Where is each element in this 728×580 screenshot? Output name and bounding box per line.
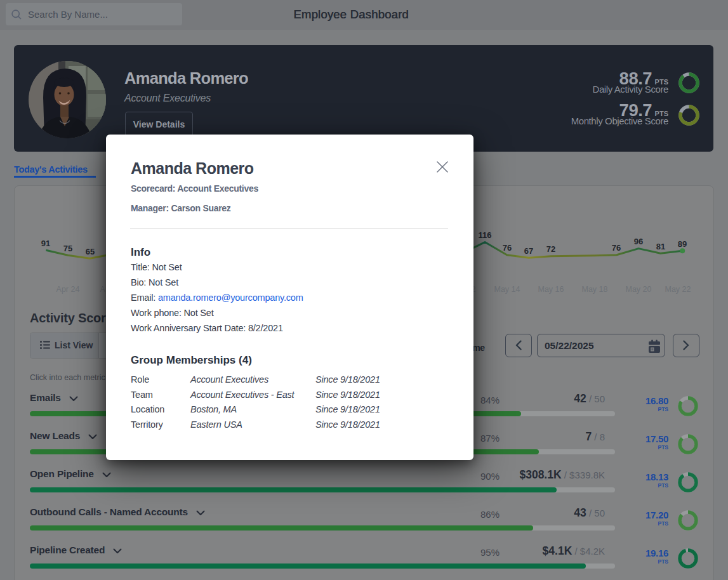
svg-text:76: 76 xyxy=(612,243,621,253)
svg-text:81: 81 xyxy=(656,242,665,251)
svg-text:116: 116 xyxy=(479,230,492,240)
svg-text:89: 89 xyxy=(678,239,687,249)
svg-text:65: 65 xyxy=(86,247,95,256)
svg-text:91: 91 xyxy=(41,239,50,248)
svg-text:76: 76 xyxy=(503,243,512,253)
svg-text:72: 72 xyxy=(546,244,555,254)
svg-text:96: 96 xyxy=(634,237,643,246)
svg-text:Apr 24: Apr 24 xyxy=(56,285,80,294)
svg-text:67: 67 xyxy=(524,246,533,256)
svg-text:75: 75 xyxy=(63,244,72,253)
svg-text:May 16: May 16 xyxy=(538,285,564,294)
svg-text:May 14: May 14 xyxy=(494,285,520,294)
svg-text:May 20: May 20 xyxy=(626,285,652,294)
svg-text:May 18: May 18 xyxy=(582,285,608,294)
svg-text:May 22: May 22 xyxy=(665,285,691,294)
